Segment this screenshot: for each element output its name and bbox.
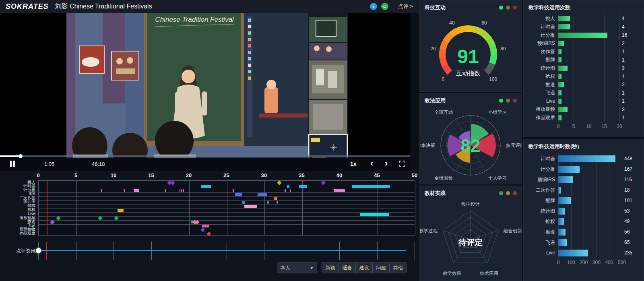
timeline-event[interactable]: [360, 213, 389, 216]
comment-tag-button-3[interactable]: 问题: [372, 262, 390, 273]
timeline-event[interactable]: [165, 189, 166, 192]
timeline-event[interactable]: [285, 189, 286, 192]
timeline-event[interactable]: [181, 189, 182, 192]
axis-tick-label: 200: [580, 260, 588, 265]
timeline-event[interactable]: [274, 197, 277, 200]
status-dot-0[interactable]: [499, 6, 503, 10]
bar[interactable]: [558, 16, 570, 21]
playhead-cursor[interactable]: [47, 181, 47, 235]
timeline-event[interactable]: [352, 185, 390, 188]
bar[interactable]: [558, 239, 567, 246]
comment-tag-button-2[interactable]: 建议: [355, 262, 373, 273]
radar-axis-label: 技术应用: [479, 271, 498, 276]
comment-tag-button-1[interactable]: 适当: [339, 262, 356, 273]
timeline-plot: [38, 180, 415, 236]
timeline-event[interactable]: [287, 185, 289, 188]
timeline-event[interactable]: [134, 189, 138, 192]
video-frame: Chinese Tradition Festival: [66, 13, 348, 158]
prev-button[interactable]: ‹: [370, 158, 373, 169]
timeline-event[interactable]: [183, 189, 184, 192]
timeline-event[interactable]: [277, 201, 278, 204]
bar-value: 116: [624, 177, 632, 182]
bar[interactable]: [558, 74, 561, 79]
seek-bar[interactable]: [0, 155, 410, 157]
timeline-event[interactable]: [179, 189, 180, 192]
bar-category-label: 挑人: [524, 15, 555, 22]
bar[interactable]: [558, 49, 561, 54]
bar[interactable]: [558, 197, 571, 204]
timeline-event[interactable]: [101, 189, 102, 192]
timeline-axis-label: 40: [336, 172, 342, 178]
status-dot-0[interactable]: [499, 99, 503, 103]
review-link[interactable]: 点评 >: [398, 3, 413, 10]
bar[interactable]: [558, 57, 561, 62]
bar[interactable]: [558, 187, 561, 194]
timeline-event[interactable]: [334, 189, 345, 192]
timeline-event[interactable]: [202, 225, 210, 227]
timeline-event[interactable]: [290, 189, 291, 192]
timeline-event[interactable]: [201, 185, 211, 188]
bar[interactable]: [558, 250, 588, 256]
status-dot-0[interactable]: [499, 191, 503, 195]
timeline-event[interactable]: [299, 185, 307, 188]
timeline-event[interactable]: [244, 205, 257, 208]
axis-tick-label: 500: [618, 260, 626, 265]
status-dot-1[interactable]: [506, 191, 510, 195]
pause-button[interactable]: [10, 161, 15, 167]
status-dot-2[interactable]: [513, 6, 517, 10]
timeline-event[interactable]: [258, 193, 266, 196]
svg-text:40: 40: [449, 20, 455, 26]
svg-text:100: 100: [489, 76, 497, 82]
next-button[interactable]: ›: [385, 158, 388, 169]
timeline-event[interactable]: [233, 189, 234, 192]
status-dot-2[interactable]: [513, 99, 517, 103]
comment-line: [38, 250, 406, 251]
radar-axis-label: 教学过程: [420, 228, 438, 233]
bar[interactable]: [558, 99, 561, 104]
bar[interactable]: [558, 66, 568, 71]
sokrates-logo: SOKRATES: [6, 2, 49, 11]
timeline-event[interactable]: [124, 189, 125, 192]
bar[interactable]: [558, 107, 568, 112]
comment-tag-button-0[interactable]: 新颖: [322, 262, 339, 273]
bar-category-label: 计分板: [524, 32, 555, 39]
status-dot-1[interactable]: [506, 99, 510, 103]
message-icon[interactable]: [381, 3, 388, 10]
bar[interactable]: [558, 155, 615, 162]
bar[interactable]: [558, 82, 564, 87]
seek-handle[interactable]: [19, 154, 23, 158]
info-icon[interactable]: i: [370, 3, 377, 10]
comment-owner-select[interactable]: 本人 ▼: [277, 262, 317, 273]
video-player[interactable]: Chinese Tradition Festival: [0, 13, 410, 171]
status-dot-1[interactable]: [506, 6, 510, 10]
bar[interactable]: [558, 90, 561, 95]
svg-text:80: 80: [500, 46, 506, 52]
comment-row-label: 点评资讯: [0, 248, 35, 254]
bar-category-label: 推送: [524, 229, 555, 236]
status-dot-2[interactable]: [513, 191, 517, 195]
middle-column: 科技互动 02040608010091互动指数 教法应用 全班互动小组学习多元评…: [419, 0, 522, 281]
radar-status: 待评定: [458, 238, 483, 247]
comment-tag-group: 新颖适当建议问题其他: [322, 262, 407, 273]
comment-tag-button-4[interactable]: 其他: [389, 262, 407, 273]
timeline-event[interactable]: [235, 193, 242, 196]
bar[interactable]: [558, 218, 564, 225]
bar[interactable]: [558, 166, 580, 173]
fullscreen-button[interactable]: [399, 161, 405, 168]
bar[interactable]: [558, 229, 566, 236]
comment-marker-dot[interactable]: [36, 248, 41, 253]
bar[interactable]: [558, 41, 564, 46]
header-actions: i 点评 >: [370, 3, 413, 10]
bar-value: 1: [622, 90, 625, 96]
bar[interactable]: [558, 115, 561, 120]
timeline-event[interactable]: [242, 201, 245, 204]
bar[interactable]: [558, 24, 570, 29]
panel-title: 教学科技运用时数(秒): [528, 143, 579, 150]
bar[interactable]: [558, 208, 565, 215]
bar[interactable]: [558, 176, 573, 183]
timeline-event[interactable]: [118, 209, 124, 212]
bar[interactable]: [558, 33, 607, 38]
timeline-axis-label: 45: [374, 172, 380, 178]
playback-speed-button[interactable]: 1x: [350, 161, 357, 167]
timeline-event[interactable]: [267, 201, 269, 204]
